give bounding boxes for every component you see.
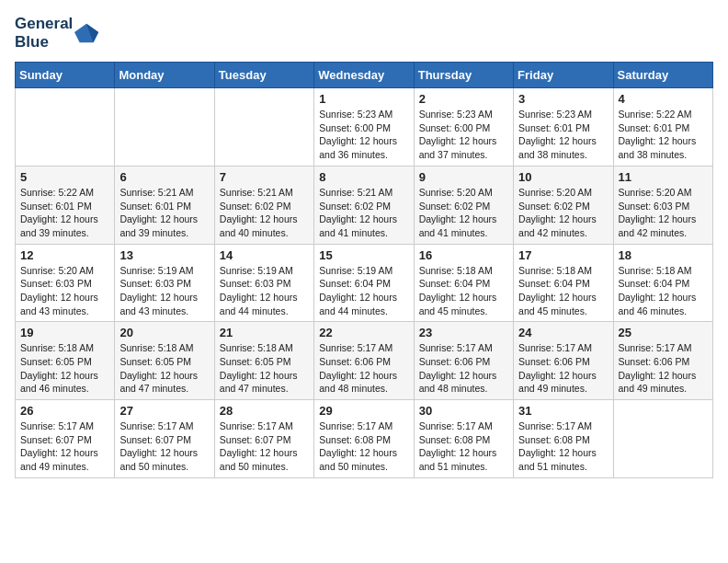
- day-number: 8: [319, 170, 408, 184]
- day-number: 26: [20, 404, 109, 418]
- logo-icon: [74, 20, 100, 46]
- day-number: 24: [518, 326, 608, 339]
- day-number: 23: [419, 326, 508, 339]
- calendar-cell: 26Sunrise: 5:17 AM Sunset: 6:07 PM Dayli…: [16, 400, 115, 478]
- calendar-cell: [16, 88, 115, 167]
- day-info: Sunrise: 5:19 AM Sunset: 6:03 PM Dayligh…: [220, 264, 309, 318]
- calendar-cell: 10Sunrise: 5:20 AM Sunset: 6:02 PM Dayli…: [514, 166, 613, 244]
- calendar-cell: 16Sunrise: 5:18 AM Sunset: 6:04 PM Dayli…: [414, 244, 513, 322]
- day-info: Sunrise: 5:18 AM Sunset: 6:05 PM Dayligh…: [20, 341, 109, 396]
- calendar-cell: 27Sunrise: 5:17 AM Sunset: 6:07 PM Dayli…: [115, 400, 214, 478]
- day-info: Sunrise: 5:17 AM Sunset: 6:06 PM Dayligh…: [319, 341, 408, 396]
- day-header-wednesday: Wednesday: [314, 63, 414, 88]
- day-info: Sunrise: 5:22 AM Sunset: 6:01 PM Dayligh…: [20, 186, 109, 240]
- calendar-cell: [214, 88, 313, 167]
- day-number: 30: [419, 404, 508, 418]
- day-number: 5: [20, 170, 109, 184]
- day-number: 3: [518, 92, 608, 106]
- day-info: Sunrise: 5:23 AM Sunset: 6:00 PM Dayligh…: [319, 108, 408, 162]
- day-number: 11: [619, 170, 708, 184]
- day-info: Sunrise: 5:19 AM Sunset: 6:03 PM Dayligh…: [119, 264, 209, 318]
- day-info: Sunrise: 5:17 AM Sunset: 6:06 PM Dayligh…: [619, 341, 708, 396]
- day-info: Sunrise: 5:20 AM Sunset: 6:03 PM Dayligh…: [20, 264, 109, 318]
- day-info: Sunrise: 5:17 AM Sunset: 6:08 PM Dayligh…: [419, 419, 508, 474]
- day-number: 20: [119, 326, 209, 339]
- day-number: 9: [419, 170, 508, 184]
- day-number: 21: [220, 326, 309, 339]
- day-info: Sunrise: 5:18 AM Sunset: 6:04 PM Dayligh…: [518, 264, 608, 318]
- day-number: 2: [419, 92, 508, 106]
- day-number: 28: [220, 404, 309, 418]
- day-info: Sunrise: 5:21 AM Sunset: 6:02 PM Dayligh…: [220, 186, 309, 240]
- day-number: 6: [119, 170, 209, 184]
- header: General Blue: [15, 15, 713, 51]
- day-info: Sunrise: 5:20 AM Sunset: 6:03 PM Dayligh…: [619, 186, 708, 240]
- calendar-cell: 23Sunrise: 5:17 AM Sunset: 6:06 PM Dayli…: [414, 322, 513, 400]
- day-info: Sunrise: 5:22 AM Sunset: 6:01 PM Dayligh…: [619, 108, 708, 162]
- calendar-cell: 24Sunrise: 5:17 AM Sunset: 6:06 PM Dayli…: [514, 322, 613, 400]
- day-number: 18: [619, 248, 708, 262]
- calendar-cell: 6Sunrise: 5:21 AM Sunset: 6:01 PM Daylig…: [115, 166, 214, 244]
- day-info: Sunrise: 5:18 AM Sunset: 6:04 PM Dayligh…: [419, 264, 508, 318]
- logo: General Blue: [15, 15, 100, 51]
- calendar-header-row: SundayMondayTuesdayWednesdayThursdayFrid…: [16, 63, 713, 88]
- logo-text: General Blue: [15, 15, 73, 51]
- calendar-cell: 5Sunrise: 5:22 AM Sunset: 6:01 PM Daylig…: [16, 166, 115, 244]
- day-info: Sunrise: 5:19 AM Sunset: 6:04 PM Dayligh…: [319, 264, 408, 318]
- calendar-cell: 3Sunrise: 5:23 AM Sunset: 6:01 PM Daylig…: [514, 88, 613, 167]
- day-info: Sunrise: 5:17 AM Sunset: 6:08 PM Dayligh…: [319, 419, 408, 474]
- calendar-week-1: 1Sunrise: 5:23 AM Sunset: 6:00 PM Daylig…: [16, 88, 713, 167]
- calendar-cell: 22Sunrise: 5:17 AM Sunset: 6:06 PM Dayli…: [314, 322, 414, 400]
- calendar-cell: 1Sunrise: 5:23 AM Sunset: 6:00 PM Daylig…: [314, 88, 414, 167]
- day-header-saturday: Saturday: [613, 63, 712, 88]
- day-number: 4: [619, 92, 708, 106]
- day-number: 19: [20, 326, 109, 339]
- day-header-thursday: Thursday: [414, 63, 513, 88]
- day-number: 29: [319, 404, 408, 418]
- day-info: Sunrise: 5:23 AM Sunset: 6:01 PM Dayligh…: [518, 108, 608, 162]
- day-info: Sunrise: 5:17 AM Sunset: 6:06 PM Dayligh…: [419, 341, 508, 396]
- calendar-cell: 11Sunrise: 5:20 AM Sunset: 6:03 PM Dayli…: [613, 166, 712, 244]
- day-number: 31: [518, 404, 608, 418]
- day-info: Sunrise: 5:17 AM Sunset: 6:07 PM Dayligh…: [119, 419, 209, 474]
- day-info: Sunrise: 5:18 AM Sunset: 6:05 PM Dayligh…: [119, 341, 209, 396]
- calendar-cell: 14Sunrise: 5:19 AM Sunset: 6:03 PM Dayli…: [214, 244, 313, 322]
- day-header-tuesday: Tuesday: [214, 63, 313, 88]
- day-number: 22: [319, 326, 408, 339]
- day-header-monday: Monday: [115, 63, 214, 88]
- day-info: Sunrise: 5:20 AM Sunset: 6:02 PM Dayligh…: [518, 186, 608, 240]
- calendar-week-3: 12Sunrise: 5:20 AM Sunset: 6:03 PM Dayli…: [16, 244, 713, 322]
- day-number: 7: [220, 170, 309, 184]
- calendar-cell: [613, 400, 712, 478]
- calendar-cell: 9Sunrise: 5:20 AM Sunset: 6:02 PM Daylig…: [414, 166, 513, 244]
- day-info: Sunrise: 5:21 AM Sunset: 6:01 PM Dayligh…: [119, 186, 209, 240]
- day-info: Sunrise: 5:17 AM Sunset: 6:07 PM Dayligh…: [20, 419, 109, 474]
- calendar-week-4: 19Sunrise: 5:18 AM Sunset: 6:05 PM Dayli…: [16, 322, 713, 400]
- day-info: Sunrise: 5:18 AM Sunset: 6:04 PM Dayligh…: [619, 264, 708, 318]
- day-number: 17: [518, 248, 608, 262]
- calendar-cell: 25Sunrise: 5:17 AM Sunset: 6:06 PM Dayli…: [613, 322, 712, 400]
- calendar-cell: 17Sunrise: 5:18 AM Sunset: 6:04 PM Dayli…: [514, 244, 613, 322]
- calendar-cell: 19Sunrise: 5:18 AM Sunset: 6:05 PM Dayli…: [16, 322, 115, 400]
- calendar-cell: 2Sunrise: 5:23 AM Sunset: 6:00 PM Daylig…: [414, 88, 513, 167]
- calendar-cell: 15Sunrise: 5:19 AM Sunset: 6:04 PM Dayli…: [314, 244, 414, 322]
- day-info: Sunrise: 5:17 AM Sunset: 6:08 PM Dayligh…: [518, 419, 608, 474]
- calendar-cell: 20Sunrise: 5:18 AM Sunset: 6:05 PM Dayli…: [115, 322, 214, 400]
- day-number: 27: [119, 404, 209, 418]
- calendar-cell: 7Sunrise: 5:21 AM Sunset: 6:02 PM Daylig…: [214, 166, 313, 244]
- day-info: Sunrise: 5:20 AM Sunset: 6:02 PM Dayligh…: [419, 186, 508, 240]
- calendar-cell: 8Sunrise: 5:21 AM Sunset: 6:02 PM Daylig…: [314, 166, 414, 244]
- day-info: Sunrise: 5:18 AM Sunset: 6:05 PM Dayligh…: [220, 341, 309, 396]
- day-number: 16: [419, 248, 508, 262]
- calendar-cell: 28Sunrise: 5:17 AM Sunset: 6:07 PM Dayli…: [214, 400, 313, 478]
- calendar-week-5: 26Sunrise: 5:17 AM Sunset: 6:07 PM Dayli…: [16, 400, 713, 478]
- day-info: Sunrise: 5:23 AM Sunset: 6:00 PM Dayligh…: [419, 108, 508, 162]
- day-number: 1: [319, 92, 408, 106]
- day-number: 12: [20, 248, 109, 262]
- calendar-cell: 12Sunrise: 5:20 AM Sunset: 6:03 PM Dayli…: [16, 244, 115, 322]
- day-number: 10: [518, 170, 608, 184]
- day-info: Sunrise: 5:17 AM Sunset: 6:06 PM Dayligh…: [518, 341, 608, 396]
- calendar-week-2: 5Sunrise: 5:22 AM Sunset: 6:01 PM Daylig…: [16, 166, 713, 244]
- day-number: 25: [619, 326, 708, 339]
- day-number: 15: [319, 248, 408, 262]
